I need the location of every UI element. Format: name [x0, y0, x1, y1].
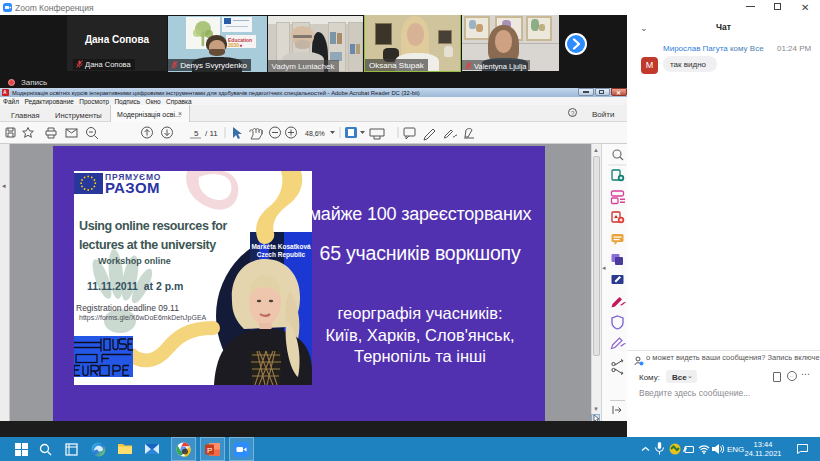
svg-text:/ 11: / 11: [205, 129, 218, 138]
svg-text:P: P: [207, 446, 212, 455]
svg-text:5: 5: [194, 129, 199, 138]
svg-text:48,6%: 48,6%: [305, 130, 325, 137]
